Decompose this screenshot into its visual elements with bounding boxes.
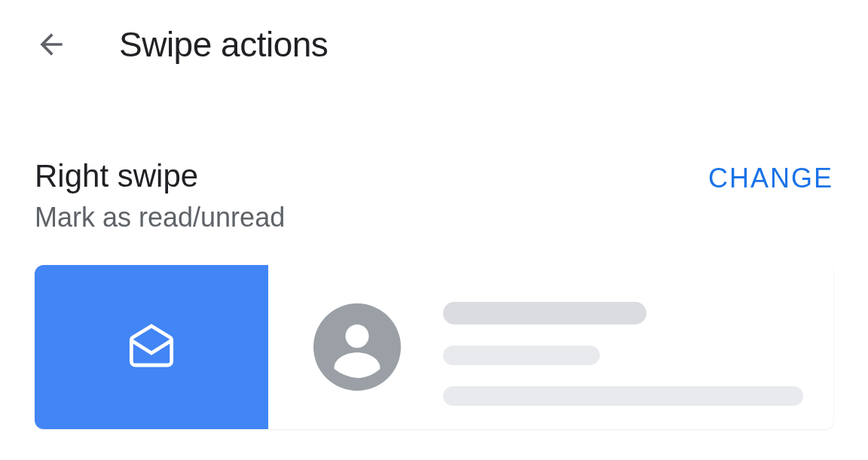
swipe-preview-card: [35, 265, 833, 429]
change-button[interactable]: CHANGE: [708, 158, 833, 194]
swipe-action-background: [35, 265, 268, 429]
section-title: Right swipe: [35, 158, 285, 194]
placeholder-line: [443, 302, 646, 324]
drafts-icon: [127, 323, 176, 371]
message-placeholder-lines: [443, 288, 803, 406]
page-title: Swipe actions: [119, 24, 328, 65]
right-swipe-section: Right swipe Mark as read/unread CHANGE: [0, 158, 868, 429]
person-icon: [313, 303, 401, 391]
placeholder-line: [443, 346, 600, 365]
avatar: [313, 303, 401, 391]
back-button[interactable]: [35, 28, 68, 61]
section-subtitle: Mark as read/unread: [35, 202, 285, 233]
placeholder-line: [443, 386, 803, 406]
svg-point-1: [346, 324, 369, 348]
section-heading-group: Right swipe Mark as read/unread: [35, 158, 285, 233]
section-header: Right swipe Mark as read/unread CHANGE: [35, 158, 833, 233]
page-header: Swipe actions: [0, 0, 868, 89]
message-preview: [268, 265, 833, 429]
arrow-left-icon: [35, 28, 68, 61]
